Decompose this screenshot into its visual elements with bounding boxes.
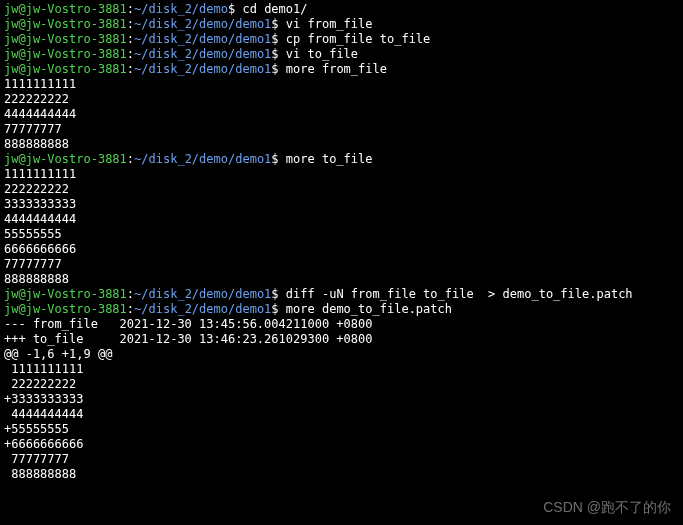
output-line: 3333333333 — [4, 197, 679, 212]
prompt-userhost: jw@jw-Vostro-3881 — [4, 62, 127, 76]
prompt-colon: : — [127, 287, 134, 301]
prompt-dollar: $ — [228, 2, 235, 16]
patch-line: +3333333333 — [4, 392, 679, 407]
output-line: 1111111111 — [4, 77, 679, 92]
command-text: diff -uN from_file to_file > demo_to_fil… — [286, 287, 633, 301]
prompt-path: ~/disk_2/demo — [134, 2, 228, 16]
prompt-userhost: jw@jw-Vostro-3881 — [4, 17, 127, 31]
prompt-line: jw@jw-Vostro-3881:~/disk_2/demo/demo1$ v… — [4, 17, 679, 32]
prompt-dollar: $ — [271, 32, 278, 46]
prompt-path: ~/disk_2/demo/demo1 — [134, 47, 271, 61]
prompt-dollar: $ — [271, 47, 278, 61]
patch-line: 1111111111 — [4, 362, 679, 377]
prompt-dollar: $ — [271, 302, 278, 316]
output-line: 888888888 — [4, 137, 679, 152]
command-text: more demo_to_file.patch — [286, 302, 452, 316]
command-text: more to_file — [286, 152, 373, 166]
output-line: 222222222 — [4, 182, 679, 197]
patch-hunk: @@ -1,6 +1,9 @@ — [4, 347, 679, 362]
prompt-colon: : — [127, 152, 134, 166]
command-text: vi from_file — [286, 17, 373, 31]
output-line: 77777777 — [4, 257, 679, 272]
output-line: 222222222 — [4, 92, 679, 107]
patch-line: 222222222 — [4, 377, 679, 392]
prompt-line: jw@jw-Vostro-3881:~/disk_2/demo/demo1$ m… — [4, 152, 679, 167]
prompt-path: ~/disk_2/demo/demo1 — [134, 17, 271, 31]
patch-line: 77777777 — [4, 452, 679, 467]
output-line: 888888888 — [4, 272, 679, 287]
patch-line: +6666666666 — [4, 437, 679, 452]
command-text: more from_file — [286, 62, 387, 76]
prompt-dollar: $ — [271, 62, 278, 76]
prompt-userhost: jw@jw-Vostro-3881 — [4, 32, 127, 46]
prompt-path: ~/disk_2/demo/demo1 — [134, 152, 271, 166]
command-text: cp from_file to_file — [286, 32, 431, 46]
output-line: 6666666666 — [4, 242, 679, 257]
prompt-line: jw@jw-Vostro-3881:~/disk_2/demo/demo1$ m… — [4, 302, 679, 317]
command-text: cd demo1/ — [242, 2, 307, 16]
prompt-dollar: $ — [271, 152, 278, 166]
prompt-colon: : — [127, 2, 134, 16]
output-line: 77777777 — [4, 122, 679, 137]
prompt-line: jw@jw-Vostro-3881:~/disk_2/demo/demo1$ c… — [4, 32, 679, 47]
patch-line: 888888888 — [4, 467, 679, 482]
prompt-line: jw@jw-Vostro-3881:~/disk_2/demo$ cd demo… — [4, 2, 679, 17]
prompt-userhost: jw@jw-Vostro-3881 — [4, 287, 127, 301]
prompt-line: jw@jw-Vostro-3881:~/disk_2/demo/demo1$ d… — [4, 287, 679, 302]
watermark-text: CSDN @跑不了的你 — [543, 500, 671, 515]
prompt-path: ~/disk_2/demo/demo1 — [134, 62, 271, 76]
patch-line: +55555555 — [4, 422, 679, 437]
prompt-dollar: $ — [271, 287, 278, 301]
prompt-line: jw@jw-Vostro-3881:~/disk_2/demo/demo1$ v… — [4, 47, 679, 62]
command-text: vi to_file — [286, 47, 358, 61]
patch-header-from: --- from_file 2021-12-30 13:45:56.004211… — [4, 317, 679, 332]
prompt-dollar: $ — [271, 17, 278, 31]
output-line: 55555555 — [4, 227, 679, 242]
output-line: 4444444444 — [4, 107, 679, 122]
prompt-userhost: jw@jw-Vostro-3881 — [4, 2, 127, 16]
patch-header-to: +++ to_file 2021-12-30 13:46:23.26102930… — [4, 332, 679, 347]
prompt-userhost: jw@jw-Vostro-3881 — [4, 47, 127, 61]
prompt-path: ~/disk_2/demo/demo1 — [134, 302, 271, 316]
prompt-colon: : — [127, 17, 134, 31]
output-line: 1111111111 — [4, 167, 679, 182]
prompt-line: jw@jw-Vostro-3881:~/disk_2/demo/demo1$ m… — [4, 62, 679, 77]
terminal-output[interactable]: jw@jw-Vostro-3881:~/disk_2/demo$ cd demo… — [4, 2, 679, 482]
prompt-userhost: jw@jw-Vostro-3881 — [4, 152, 127, 166]
prompt-path: ~/disk_2/demo/demo1 — [134, 287, 271, 301]
prompt-colon: : — [127, 62, 134, 76]
prompt-colon: : — [127, 302, 134, 316]
prompt-path: ~/disk_2/demo/demo1 — [134, 32, 271, 46]
prompt-userhost: jw@jw-Vostro-3881 — [4, 302, 127, 316]
prompt-colon: : — [127, 47, 134, 61]
output-line: 4444444444 — [4, 212, 679, 227]
prompt-colon: : — [127, 32, 134, 46]
patch-line: 4444444444 — [4, 407, 679, 422]
